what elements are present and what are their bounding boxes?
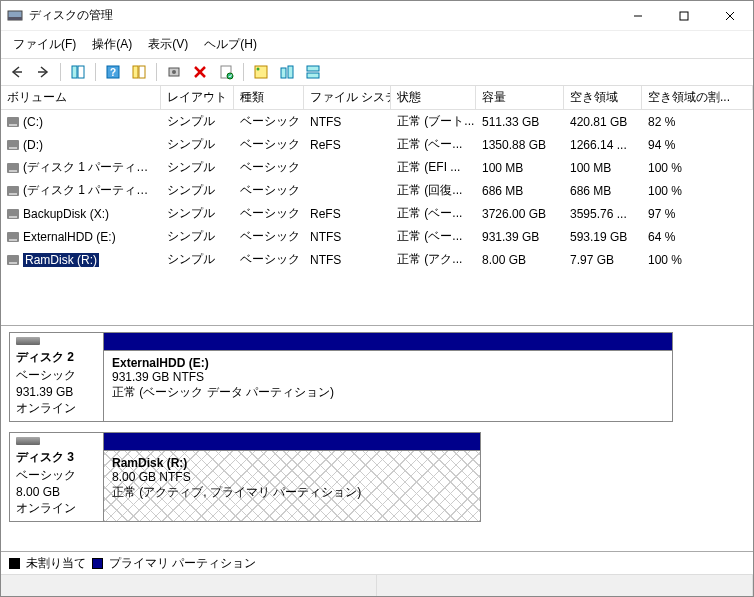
disk-3-header: ディスク 3 ベーシック 8.00 GB オンライン — [9, 432, 103, 522]
table-row[interactable]: (ディスク 1 パーティシ...シンプルベーシック正常 (回復...686 MB… — [1, 179, 753, 202]
volume-name: (D:) — [23, 138, 43, 152]
disk-2-vol-size: 931.39 GB NTFS — [112, 370, 664, 384]
disk-2-size: 931.39 GB — [16, 385, 97, 399]
volume-name: (C:) — [23, 115, 43, 129]
toolbar-button-b[interactable] — [249, 61, 273, 83]
col-type[interactable]: 種類 — [234, 86, 304, 109]
col-filesystem[interactable]: ファイル システム — [304, 86, 391, 109]
delete-button[interactable] — [188, 61, 212, 83]
menu-help[interactable]: ヘルプ(H) — [196, 33, 265, 56]
legend: 未割り当て プライマリ パーティション — [1, 552, 753, 574]
menu-action[interactable]: 操作(A) — [84, 33, 140, 56]
svg-rect-1 — [8, 17, 22, 20]
disk-2-status: オンライン — [16, 400, 97, 417]
volume-icon — [7, 186, 19, 196]
disk-3-vol-status: 正常 (アクティブ, プライマリ パーティション) — [112, 484, 472, 501]
col-volume[interactable]: ボリューム — [1, 86, 161, 109]
disk-3-name: ディスク 3 — [16, 449, 97, 466]
toolbar-button-d[interactable] — [301, 61, 325, 83]
svg-rect-9 — [78, 66, 84, 78]
toolbar: ? — [1, 58, 753, 86]
column-headers: ボリューム レイアウト 種類 ファイル システム 状態 容量 空き領域 空き領域… — [1, 86, 753, 110]
disk-3[interactable]: ディスク 3 ベーシック 8.00 GB オンライン RamDisk (R:) … — [9, 432, 745, 522]
svg-point-21 — [257, 68, 260, 71]
back-button[interactable] — [5, 61, 29, 83]
disk-2-header: ディスク 2 ベーシック 931.39 GB オンライン — [9, 332, 103, 422]
svg-rect-25 — [307, 73, 319, 78]
maximize-button[interactable] — [661, 1, 707, 31]
toolbar-button-c[interactable] — [275, 61, 299, 83]
svg-point-15 — [172, 70, 176, 74]
window-title: ディスクの管理 — [29, 7, 615, 24]
table-row[interactable]: (ディスク 1 パーティシ...シンプルベーシック正常 (EFI ...100 … — [1, 156, 753, 179]
disk-3-vol-name: RamDisk (R:) — [112, 456, 187, 470]
disk-3-partition[interactable]: RamDisk (R:) 8.00 GB NTFS 正常 (アクティブ, プライ… — [103, 450, 481, 522]
svg-rect-22 — [281, 68, 286, 78]
forward-button[interactable] — [31, 61, 55, 83]
volume-name: (ディスク 1 パーティシ... — [23, 159, 155, 176]
disk-3-size: 8.00 GB — [16, 485, 97, 499]
volume-icon — [7, 209, 19, 219]
svg-rect-20 — [255, 66, 267, 78]
table-row[interactable]: BackupDisk (X:)シンプルベーシックReFS正常 (ベー...372… — [1, 202, 753, 225]
legend-primary-label: プライマリ パーティション — [109, 555, 256, 572]
disk-2-name: ディスク 2 — [16, 349, 97, 366]
legend-unallocated-swatch — [9, 558, 20, 569]
volume-icon — [7, 140, 19, 150]
svg-text:?: ? — [110, 67, 116, 78]
disk-3-status: オンライン — [16, 500, 97, 517]
col-layout[interactable]: レイアウト — [161, 86, 234, 109]
volume-icon — [7, 232, 19, 242]
properties-button[interactable] — [214, 61, 238, 83]
table-row[interactable]: (D:)シンプルベーシックReFS正常 (ベー...1350.88 GB1266… — [1, 133, 753, 156]
disk-3-partition-cap — [103, 432, 481, 450]
table-row[interactable]: ExternalHDD (E:)シンプルベーシックNTFS正常 (ベー...93… — [1, 225, 753, 248]
app-icon — [7, 8, 23, 24]
disk-2-partition[interactable]: ExternalHDD (E:) 931.39 GB NTFS 正常 (ベーシッ… — [103, 350, 673, 422]
disk-icon — [16, 337, 40, 345]
col-status[interactable]: 状態 — [391, 86, 476, 109]
svg-rect-24 — [307, 66, 319, 71]
show-hide-tree-button[interactable] — [66, 61, 90, 83]
svg-rect-8 — [72, 66, 77, 78]
menubar: ファイル(F) 操作(A) 表示(V) ヘルプ(H) — [1, 31, 753, 58]
menu-file[interactable]: ファイル(F) — [5, 33, 84, 56]
legend-unallocated-label: 未割り当て — [26, 555, 86, 572]
close-button[interactable] — [707, 1, 753, 31]
volume-icon — [7, 163, 19, 173]
svg-rect-23 — [288, 66, 293, 78]
volume-name: ExternalHDD (E:) — [23, 230, 116, 244]
titlebar: ディスクの管理 — [1, 1, 753, 31]
disk-2-type: ベーシック — [16, 367, 97, 384]
volume-name: RamDisk (R:) — [23, 253, 99, 267]
toolbar-button-a[interactable] — [127, 61, 151, 83]
legend-primary-swatch — [92, 558, 103, 569]
menu-view[interactable]: 表示(V) — [140, 33, 196, 56]
disk-3-type: ベーシック — [16, 467, 97, 484]
refresh-button[interactable] — [162, 61, 186, 83]
disk-icon — [16, 437, 40, 445]
svg-rect-3 — [680, 12, 688, 20]
volume-name: BackupDisk (X:) — [23, 207, 109, 221]
table-row[interactable]: (C:)シンプルベーシックNTFS正常 (ブート...511.33 GB420.… — [1, 110, 753, 133]
volume-icon — [7, 117, 19, 127]
minimize-button[interactable] — [615, 1, 661, 31]
statusbar — [1, 574, 753, 596]
disk-graphic-panel[interactable]: ディスク 2 ベーシック 931.39 GB オンライン ExternalHDD… — [1, 326, 753, 552]
volume-list[interactable]: ボリューム レイアウト 種類 ファイル システム 状態 容量 空き領域 空き領域… — [1, 86, 753, 326]
disk-2-vol-status: 正常 (ベーシック データ パーティション) — [112, 384, 664, 401]
help-button[interactable]: ? — [101, 61, 125, 83]
col-free[interactable]: 空き領域 — [564, 86, 642, 109]
volume-icon — [7, 255, 19, 265]
disk-2[interactable]: ディスク 2 ベーシック 931.39 GB オンライン ExternalHDD… — [9, 332, 745, 422]
disk-2-partition-cap — [103, 332, 673, 350]
disk-3-vol-size: 8.00 GB NTFS — [112, 470, 472, 484]
svg-rect-12 — [133, 66, 138, 78]
col-capacity[interactable]: 容量 — [476, 86, 564, 109]
svg-rect-13 — [139, 66, 145, 78]
volume-name: (ディスク 1 パーティシ... — [23, 182, 155, 199]
table-row[interactable]: RamDisk (R:)シンプルベーシックNTFS正常 (アク...8.00 G… — [1, 248, 753, 271]
col-freepct[interactable]: 空き領域の割... — [642, 86, 753, 109]
disk-2-vol-name: ExternalHDD (E:) — [112, 356, 209, 370]
